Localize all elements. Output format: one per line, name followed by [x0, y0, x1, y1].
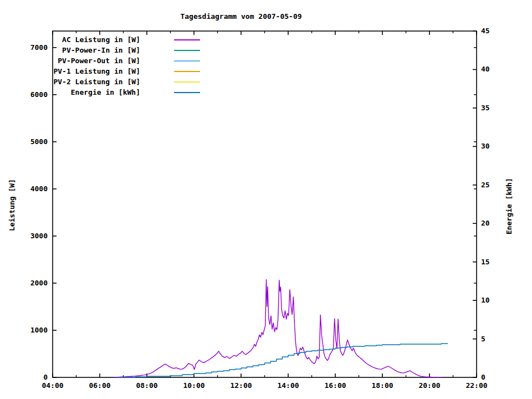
- chart: Tagesdiagramm vom 2007-05-09 Leistung [W…: [0, 0, 532, 399]
- legend-label: PV-Power-Out in [W]: [46, 57, 140, 65]
- legend-label: PV-2 Leistung in [W]: [46, 78, 140, 86]
- y1-tick-label: 3000: [30, 232, 48, 240]
- y1-tick-label: 0: [43, 373, 48, 381]
- legend-item: PV-1 Leistung in [W]: [46, 66, 200, 76]
- legend-label: AC Leistung in [W]: [46, 35, 140, 44]
- x-tick-label: 14:00: [277, 381, 299, 390]
- legend-item: PV-Power-In in [W]: [46, 45, 200, 55]
- x-tick-label: 20:00: [418, 381, 440, 390]
- x-tick-label: 10:00: [183, 381, 204, 390]
- x-tick-label: 16:00: [324, 381, 346, 390]
- legend-label: PV-1 Leistung in [W]: [46, 67, 140, 75]
- y1-tick-label: 6000: [30, 90, 48, 99]
- legend-item: Energie in [kWh]: [46, 87, 200, 98]
- legend-item: AC Leistung in [W]: [46, 34, 200, 45]
- series-line-0: [114, 279, 442, 377]
- y2-tick-label: 20: [481, 219, 490, 227]
- y2-tick-label: 45: [481, 27, 490, 35]
- legend-label: Energie in [kWh]: [46, 88, 140, 96]
- y2-tick-label: 40: [481, 65, 490, 73]
- y2-tick-label: 15: [481, 258, 490, 266]
- legend-item: PV-2 Leistung in [W]: [46, 76, 200, 87]
- legend-line-swatch: [174, 50, 200, 51]
- x-tick-label: 12:00: [230, 381, 252, 390]
- y2-tick-label: 5: [481, 335, 485, 343]
- legend: AC Leistung in [W]PV-Power-In in [W]PV-P…: [46, 34, 200, 98]
- y2-tick-label: 10: [481, 296, 490, 304]
- legend-line-swatch: [174, 92, 200, 93]
- y2-tick-label: 35: [481, 104, 490, 112]
- x-tick-label: 22:00: [466, 381, 487, 390]
- legend-line-swatch: [174, 60, 200, 62]
- y2-tick-label: 25: [481, 181, 490, 189]
- y1-tick-label: 1000: [30, 326, 48, 334]
- legend-line-swatch: [174, 71, 200, 72]
- x-tick-label: 08:00: [136, 381, 157, 390]
- y1-tick-label: 4000: [30, 185, 48, 193]
- y1-tick-label: 5000: [30, 137, 48, 146]
- y2-axis-ticks: [473, 31, 477, 377]
- y2-tick-label: 0: [481, 373, 485, 381]
- x-tick-label: 06:00: [89, 381, 110, 390]
- y1-tick-label: 2000: [30, 279, 48, 287]
- legend-line-swatch: [174, 39, 200, 40]
- x-tick-label: 04:00: [42, 381, 63, 390]
- x-tick-label: 18:00: [371, 381, 393, 390]
- y2-tick-label: 30: [481, 142, 490, 150]
- y1-tick-label: 7000: [30, 43, 48, 52]
- legend-line-swatch: [174, 81, 200, 83]
- legend-item: PV-Power-Out in [W]: [46, 55, 200, 66]
- legend-label: PV-Power-In in [W]: [46, 46, 140, 54]
